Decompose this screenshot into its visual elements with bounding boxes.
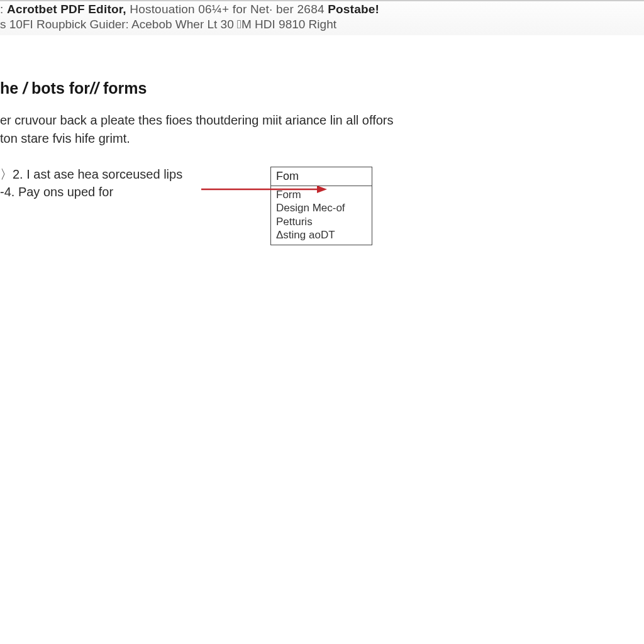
heading-part-a: he (0, 79, 23, 97)
arrow-annotation (201, 183, 270, 221)
arrow-right-icon (201, 183, 327, 196)
heading-part-b: bots for (27, 79, 90, 97)
heading-part-c: forms (99, 79, 147, 97)
numbered-list: 〉2. I ast ase hea sorceused lips -4. Pay… (0, 165, 201, 201)
title-line-2: s 10FI Roupbick Guider: Acebob Wher Lt 3… (0, 18, 644, 35)
section-heading: he / bots for// forms (0, 79, 644, 97)
list-item: 〉2. I ast ase hea sorceused lips (0, 165, 201, 183)
title-line-1: : Acrotbet PDF Editor, Hostouation 06¼+ … (0, 3, 644, 18)
dropdown-option[interactable]: Petturis (276, 215, 367, 228)
example-row: 〉2. I ast ase hea sorceused lips -4. Pay… (0, 165, 644, 245)
title-suffix-bold: Postabe! (328, 3, 379, 16)
form-dropdown[interactable]: Fom Form Design Mec-of Petturis Δsting a… (270, 167, 372, 245)
heading-slash-2: // (90, 79, 99, 97)
app-name: Acrotbet PDF Editor, (7, 3, 126, 16)
dropdown-option[interactable]: Δsting aoDT (276, 228, 367, 242)
window-titlebar: : Acrotbet PDF Editor, Hostouation 06¼+ … (0, 0, 644, 35)
list-item: -4. Pay ons uped for (0, 183, 201, 201)
intro-paragraph: er cruvour back a pleate thes fioes thou… (0, 111, 402, 148)
title-prefix: : (0, 3, 7, 16)
title-mid: Hostouation 06¼+ for Net· ber 2684 (126, 3, 328, 16)
document-body: he / bots for// forms er cruvour back a … (0, 35, 644, 245)
dropdown-option[interactable]: Design Mec-of (276, 201, 367, 214)
svg-marker-1 (317, 186, 327, 193)
